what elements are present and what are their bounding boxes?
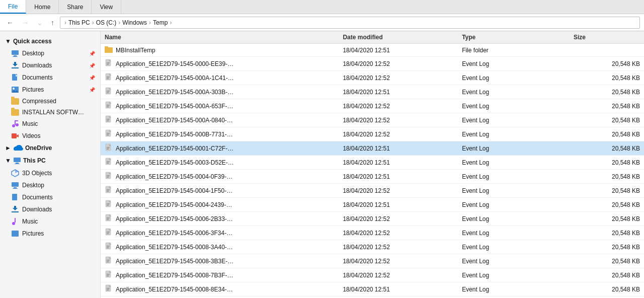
breadcrumb-osc[interactable]: OS (C:) xyxy=(96,19,117,26)
file-date: 18/04/2020 12:52 xyxy=(339,113,458,127)
table-row[interactable]: Application_5E1E2D79-1545-0008-7B3F-…18/… xyxy=(101,268,644,282)
table-row[interactable]: Application_5E1E2D79-1545-0006-2B33-…18/… xyxy=(101,212,644,226)
table-row[interactable]: Application_5E1E2D79-1545-0006-3F34-…18/… xyxy=(101,226,644,240)
breadcrumb-arrow: › xyxy=(64,19,66,26)
table-row[interactable]: Application_5E1E2D79-1545-0001-C72F-…18/… xyxy=(101,141,644,156)
table-row[interactable]: Application_5E1E2D79-1545-000A-1C41-…18/… xyxy=(101,71,644,85)
svg-rect-62 xyxy=(107,135,109,135)
col-header-name[interactable]: Name xyxy=(101,31,339,44)
file-size: 20,548 KB xyxy=(570,156,644,170)
table-row[interactable]: Application_5E1E2D79-1545-0000-EE39-…18/… xyxy=(101,57,644,71)
svg-marker-16 xyxy=(17,134,19,137)
file-size: 20,548 KB xyxy=(570,141,644,156)
file-name-text: Application_5E1E2D79-1545-0000-EE39-… xyxy=(116,60,233,67)
svg-rect-42 xyxy=(107,79,109,79)
svg-rect-19 xyxy=(15,164,20,164)
table-row[interactable]: Application_5E1E2D79-1545-0004-1F50-…18/… xyxy=(101,184,644,198)
file-date: 18/04/2020 12:51 xyxy=(339,170,458,184)
sidebar-onedrive-label: OneDrive xyxy=(25,144,52,152)
svg-point-9 xyxy=(13,88,15,90)
tab-file[interactable]: File xyxy=(0,0,26,14)
table-row[interactable]: Application_5E1E2D79-1545-000A-0840-…18/… xyxy=(101,113,644,127)
svg-rect-110 xyxy=(107,274,110,274)
table-row[interactable]: Application_5E1E2D79-1545-0004-0F39-…18/… xyxy=(101,170,644,184)
svg-rect-18 xyxy=(16,163,19,164)
svg-rect-41 xyxy=(107,78,109,78)
file-type: Event Log xyxy=(458,127,570,141)
sidebar-item-music-thispc[interactable]: Music xyxy=(0,215,100,228)
back-button[interactable]: ← xyxy=(4,17,16,28)
breadcrumb-thispc[interactable]: This PC xyxy=(68,19,90,26)
breadcrumb-temp[interactable]: Temp xyxy=(153,19,168,26)
sidebar-item-videos[interactable]: Videos xyxy=(0,130,100,142)
eventlog-icon xyxy=(105,284,113,294)
file-name-text: Application_5E1E2D79-1545-000B-7731-… xyxy=(116,131,233,138)
file-type: Event Log xyxy=(458,85,570,99)
col-header-size[interactable]: Size xyxy=(570,31,644,44)
file-size: 20,548 KB xyxy=(570,113,644,127)
tab-share[interactable]: Share xyxy=(59,0,92,14)
sidebar-item-pictures-thispc[interactable]: Pictures xyxy=(0,228,100,240)
svg-rect-95 xyxy=(107,232,110,232)
sidebar-item-documents-thispc[interactable]: Documents xyxy=(0,191,100,203)
table-row[interactable]: MBInstallTemp18/04/2020 12:51File folder xyxy=(101,44,644,57)
music-icon-thispc xyxy=(11,217,19,226)
sidebar-item-desktop[interactable]: Desktop 📌 xyxy=(0,47,100,59)
eventlog-icon xyxy=(105,73,113,83)
tab-view[interactable]: View xyxy=(92,0,121,14)
file-type: File folder xyxy=(458,44,570,57)
sidebar-item-music[interactable]: Music xyxy=(0,118,100,130)
eventlog-icon xyxy=(105,214,113,224)
sidebar-section-quick-access[interactable]: ▼ Quick access xyxy=(0,35,100,47)
sidebar: ▼ Quick access Desktop 📌 Downloads 📌 Doc… xyxy=(0,31,101,298)
sidebar-downloads-thispc-label: Downloads xyxy=(22,206,52,213)
forward-button[interactable]: → xyxy=(19,17,31,28)
file-name-text: Application_5E1E2D79-1545-0008-8E34-… xyxy=(116,286,233,293)
sidebar-item-desktop-thispc[interactable]: Desktop xyxy=(0,179,100,191)
sidebar-3dobjects-label: 3D Objects xyxy=(22,170,52,177)
breadcrumb-sep-4: › xyxy=(170,19,172,26)
table-row[interactable]: Application_5E1E2D79-1545-000A-653F-…18/… xyxy=(101,99,644,113)
svg-rect-77 xyxy=(107,177,109,178)
file-name-text: Application_5E1E2D79-1545-000A-1C41-… xyxy=(116,74,234,82)
file-name-text: Application_5E1E2D79-1545-0008-3B3E-… xyxy=(116,258,233,265)
svg-rect-115 xyxy=(107,288,110,288)
recent-locations-button[interactable]: ⌄ xyxy=(34,17,45,28)
up-button[interactable]: ↑ xyxy=(48,17,57,28)
eventlog-icon xyxy=(105,158,113,167)
file-name-cell: Application_5E1E2D79-1545-0006-3F34-… xyxy=(101,226,339,240)
sidebar-thispc-label: This PC xyxy=(23,157,46,164)
breadcrumb-windows[interactable]: Windows xyxy=(122,19,147,26)
table-row[interactable]: Application_5E1E2D79-1545-0004-2439-…18/… xyxy=(101,198,644,212)
sidebar-item-downloads[interactable]: Downloads 📌 xyxy=(0,59,100,71)
table-row[interactable]: Application_5E1E2D79-1545-0008-8E34-…18/… xyxy=(101,282,644,296)
breadcrumb[interactable]: › This PC › OS (C:) › Windows › Temp › xyxy=(60,17,640,29)
table-row[interactable]: Application_5E1E2D79-1545-0008-3A40-…18/… xyxy=(101,240,644,254)
sidebar-section-onedrive[interactable]: ► OneDrive xyxy=(0,142,100,154)
table-row[interactable]: Application_5E1E2D79-1545-000A-303B-…18/… xyxy=(101,85,644,99)
sidebar-item-documents[interactable]: Documents 📌 xyxy=(0,71,100,84)
file-name-cell: Application_5E1E2D79-1545-000A-653F-… xyxy=(101,99,339,113)
eventlog-icon xyxy=(105,228,113,238)
table-row[interactable]: Application_5E1E2D79-1545-000B-7731-…18/… xyxy=(101,127,644,141)
sidebar-desktop-thispc-label: Desktop xyxy=(22,182,44,189)
col-header-type[interactable]: Type xyxy=(458,31,570,44)
file-type: Event Log xyxy=(458,254,570,268)
file-type: Event Log xyxy=(458,170,570,184)
svg-rect-50 xyxy=(107,105,110,105)
table-row[interactable]: Application_5E1E2D79-1545-0008-3B3E-…18/… xyxy=(101,254,644,268)
svg-rect-17 xyxy=(14,158,21,162)
tab-home[interactable]: Home xyxy=(26,0,59,14)
col-header-date[interactable]: Date modified xyxy=(339,31,458,44)
table-row[interactable]: Application_5E1E2D79-1545-0003-D52E-…18/… xyxy=(101,156,644,170)
sidebar-item-installan[interactable]: INSTALLAN SOFTW… xyxy=(0,107,100,118)
sidebar-section-thispc[interactable]: ▼ This PC xyxy=(0,154,100,167)
sidebar-downloads-label: Downloads xyxy=(22,62,52,69)
file-date: 18/04/2020 12:52 xyxy=(339,254,458,268)
sidebar-item-compressed[interactable]: Compressed xyxy=(0,96,100,107)
sidebar-item-downloads-thispc[interactable]: Downloads xyxy=(0,203,100,215)
desktop-icon-thispc xyxy=(11,181,19,189)
sidebar-item-3dobjects[interactable]: 3D Objects xyxy=(0,167,100,179)
svg-rect-82 xyxy=(107,191,109,192)
sidebar-item-pictures[interactable]: Pictures 📌 xyxy=(0,84,100,96)
